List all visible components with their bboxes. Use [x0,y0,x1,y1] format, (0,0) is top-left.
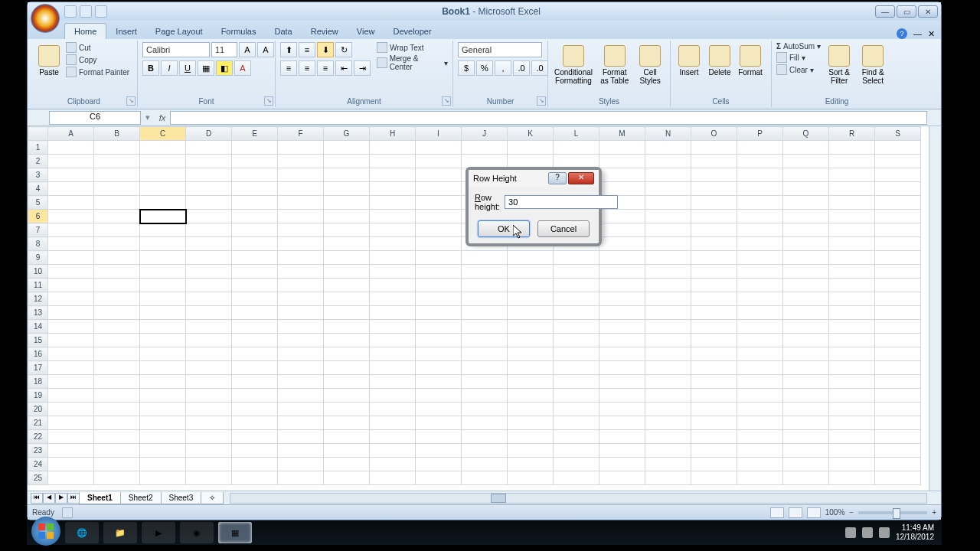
cell[interactable] [278,375,324,389]
cell[interactable] [691,334,737,347]
ok-button[interactable]: OK [478,220,530,237]
cell[interactable] [186,182,232,196]
cell[interactable] [278,155,324,168]
doc-close-icon[interactable]: ✕ [928,29,935,39]
cell[interactable] [48,361,94,375]
col-header[interactable]: O [691,127,737,141]
cell[interactable] [416,182,462,196]
cell[interactable] [829,458,875,471]
cell[interactable] [232,237,278,251]
cell[interactable] [186,444,232,458]
cell[interactable] [645,210,691,223]
cell[interactable] [508,155,554,168]
cell[interactable] [783,403,829,416]
cell[interactable] [416,141,462,155]
cell[interactable] [324,334,370,347]
cell[interactable] [783,237,829,251]
cell[interactable] [645,223,691,237]
cell[interactable] [186,265,232,279]
cell[interactable] [645,196,691,210]
row-header[interactable]: 24 [28,458,48,471]
cell[interactable] [94,182,140,196]
cell[interactable] [875,416,921,430]
cell[interactable] [324,141,370,155]
cell[interactable] [462,306,508,320]
cell[interactable] [278,182,324,196]
cell[interactable] [94,347,140,361]
number-launcher-icon[interactable]: ↘ [537,96,546,106]
cell[interactable] [737,251,783,265]
cell[interactable] [875,237,921,251]
cell[interactable] [416,403,462,416]
cell[interactable] [416,210,462,223]
cell[interactable] [48,375,94,389]
cell[interactable] [324,389,370,403]
cell[interactable] [416,334,462,347]
cell[interactable] [94,210,140,223]
cell[interactable] [232,292,278,306]
cell[interactable] [186,155,232,168]
row-header[interactable]: 11 [28,279,48,292]
cell[interactable] [691,279,737,292]
cell[interactable] [691,389,737,403]
cell[interactable] [370,251,416,265]
cell[interactable] [186,237,232,251]
cell[interactable] [48,444,94,458]
cell[interactable] [737,403,783,416]
start-button[interactable] [31,517,60,546]
cell[interactable] [186,347,232,361]
cell[interactable] [875,361,921,375]
cell[interactable] [140,265,186,279]
cell[interactable] [691,196,737,210]
cell[interactable] [554,155,599,168]
cell[interactable] [783,416,829,430]
cell[interactable] [48,320,94,334]
cell[interactable] [829,403,875,416]
cell[interactable] [645,237,691,251]
vertical-scrollbar[interactable] [929,126,941,491]
cell[interactable] [416,168,462,182]
cell[interactable] [599,458,645,471]
cell[interactable] [691,210,737,223]
format-as-table-button[interactable]: Format as Table [597,42,632,88]
cell[interactable] [370,223,416,237]
cell[interactable] [691,375,737,389]
cell[interactable] [186,168,232,182]
cell[interactable] [48,306,94,320]
cell[interactable] [186,320,232,334]
cell[interactable] [324,458,370,471]
cell[interactable] [508,375,554,389]
cell[interactable] [232,210,278,223]
new-sheet-button[interactable]: ✧ [201,492,224,504]
cell[interactable] [875,265,921,279]
align-left-button[interactable]: ≡ [280,60,297,76]
cell[interactable] [94,155,140,168]
cell[interactable] [140,430,186,444]
cell[interactable] [554,292,599,306]
row-header[interactable]: 1 [28,141,48,155]
cell[interactable] [278,251,324,265]
cell[interactable] [645,292,691,306]
increase-indent-button[interactable]: ⇥ [354,60,371,76]
cell[interactable] [783,334,829,347]
cell[interactable] [554,265,599,279]
cell[interactable] [691,265,737,279]
cell[interactable] [737,279,783,292]
cell[interactable] [370,458,416,471]
zoom-slider[interactable] [858,511,927,514]
row-header[interactable]: 4 [28,182,48,196]
cell[interactable] [324,320,370,334]
cell[interactable] [462,471,508,485]
col-header[interactable]: K [508,127,554,141]
cell[interactable] [370,141,416,155]
cell[interactable] [140,279,186,292]
row-header[interactable]: 2 [28,155,48,168]
cell[interactable] [462,141,508,155]
paste-button[interactable]: Paste [35,42,63,80]
cell[interactable] [370,320,416,334]
zoom-in-button[interactable]: + [932,508,936,517]
cell[interactable] [232,416,278,430]
cell[interactable] [48,471,94,485]
cell[interactable] [462,347,508,361]
decrease-decimal-button[interactable]: .0 [531,60,548,76]
